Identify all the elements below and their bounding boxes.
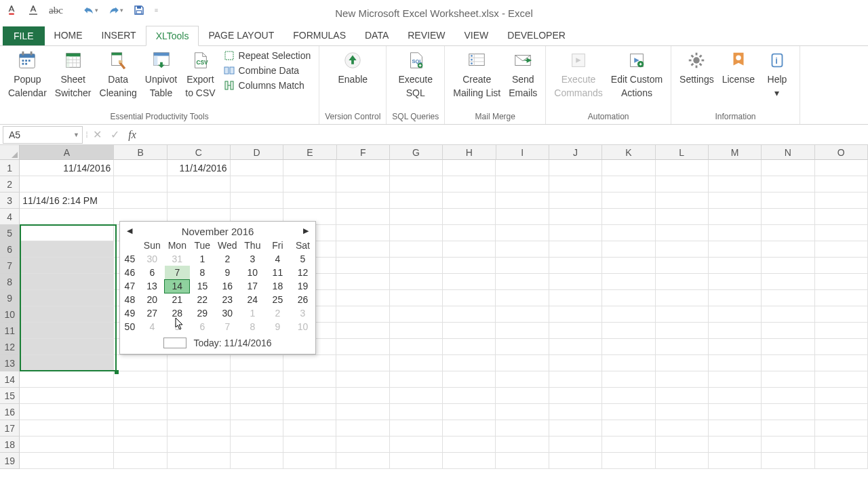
cell-D14[interactable]	[231, 371, 283, 388]
calendar-day[interactable]: 14	[165, 279, 190, 293]
cell-J7[interactable]	[549, 258, 602, 274]
cell-L10[interactable]	[656, 306, 709, 323]
export-csv-button[interactable]: CSVExportto CSV	[182, 47, 218, 100]
cell-G4[interactable]	[390, 209, 443, 225]
cell-C16[interactable]	[167, 404, 231, 420]
cell-K11[interactable]	[602, 323, 655, 339]
cell-J15[interactable]	[549, 388, 602, 404]
cell-F7[interactable]	[336, 258, 389, 274]
popup-calendar-button[interactable]: PopupCalendar	[5, 47, 50, 100]
cell-I5[interactable]	[496, 225, 549, 241]
cell-J13[interactable]	[549, 355, 602, 371]
calendar-day[interactable]: 19	[290, 279, 315, 293]
cell-N14[interactable]	[762, 371, 814, 388]
cell-L2[interactable]	[656, 176, 709, 192]
cell-H16[interactable]	[443, 404, 496, 420]
cell-H1[interactable]	[443, 160, 496, 176]
calendar-day[interactable]: 1	[190, 252, 215, 266]
row-header-2[interactable]: 2	[0, 176, 20, 192]
cell-C19[interactable]	[167, 453, 231, 469]
col-header-D[interactable]: D	[231, 145, 283, 160]
cell-N5[interactable]	[762, 225, 814, 241]
tab-formulas[interactable]: FORMULAS	[283, 26, 355, 45]
calendar-day[interactable]: 2	[265, 306, 290, 320]
cell-L9[interactable]	[656, 290, 709, 306]
row-header-16[interactable]: 16	[0, 404, 20, 420]
cell-I3[interactable]	[496, 192, 549, 209]
send-emails-button[interactable]: SendEmails	[506, 47, 540, 100]
row-header-15[interactable]: 15	[0, 388, 20, 404]
col-header-B[interactable]: B	[114, 145, 167, 160]
cell-K5[interactable]	[602, 225, 655, 241]
cell-A5[interactable]	[20, 225, 114, 241]
cell-O1[interactable]	[815, 160, 868, 176]
cell-O5[interactable]	[815, 225, 868, 241]
calendar-today-box[interactable]	[163, 338, 186, 348]
cell-N11[interactable]	[762, 323, 814, 339]
cell-F17[interactable]	[336, 420, 389, 436]
cell-C15[interactable]	[167, 388, 231, 404]
cell-I16[interactable]	[496, 404, 549, 420]
cell-F8[interactable]	[336, 274, 389, 290]
cell-L4[interactable]	[656, 209, 709, 225]
cell-F13[interactable]	[336, 355, 389, 371]
cell-N9[interactable]	[762, 290, 814, 306]
cell-G3[interactable]	[390, 192, 443, 209]
cell-F14[interactable]	[336, 371, 389, 388]
col-header-I[interactable]: I	[496, 145, 549, 160]
cell-F2[interactable]	[336, 176, 389, 192]
cell-A10[interactable]	[20, 306, 114, 323]
vc-enable-button[interactable]: Enable	[335, 47, 370, 87]
cell-A6[interactable]	[20, 241, 114, 258]
cell-I17[interactable]	[496, 420, 549, 436]
tab-data[interactable]: DATA	[355, 26, 398, 45]
col-header-M[interactable]: M	[709, 145, 762, 160]
cell-G2[interactable]	[390, 176, 443, 192]
cell-L16[interactable]	[656, 404, 709, 420]
cell-O12[interactable]	[815, 339, 868, 355]
calendar-day[interactable]: 10	[240, 266, 265, 279]
help-button[interactable]: iHelp▾	[760, 47, 794, 100]
calendar-day[interactable]: 4	[265, 252, 290, 266]
cell-M12[interactable]	[709, 339, 762, 355]
cell-K18[interactable]	[602, 436, 655, 453]
cell-O2[interactable]	[815, 176, 868, 192]
license-button[interactable]: License	[719, 47, 757, 87]
cell-O14[interactable]	[815, 371, 868, 388]
cell-C2[interactable]	[167, 176, 231, 192]
cell-F16[interactable]	[336, 404, 389, 420]
cell-N15[interactable]	[762, 388, 814, 404]
cell-H11[interactable]	[443, 323, 496, 339]
row-header-5[interactable]: 5	[0, 225, 20, 241]
row-header-19[interactable]: 19	[0, 453, 20, 469]
cell-L7[interactable]	[656, 258, 709, 274]
cell-A14[interactable]	[20, 371, 114, 388]
cell-I9[interactable]	[496, 290, 549, 306]
col-header-C[interactable]: C	[167, 145, 231, 160]
row-header-13[interactable]: 13	[0, 355, 20, 371]
cell-L3[interactable]	[656, 192, 709, 209]
row-header-8[interactable]: 8	[0, 274, 20, 290]
cell-H12[interactable]	[443, 339, 496, 355]
cell-N8[interactable]	[762, 274, 814, 290]
combine-data-button[interactable]: Combine Data	[221, 64, 314, 77]
repeat-selection-button[interactable]: Repeat Selection	[221, 49, 314, 62]
cell-N3[interactable]	[762, 192, 814, 209]
columns-match-button[interactable]: Columns Match	[221, 79, 314, 92]
cell-H19[interactable]	[443, 453, 496, 469]
cell-D2[interactable]	[231, 176, 283, 192]
cell-J11[interactable]	[549, 323, 602, 339]
cell-L18[interactable]	[656, 436, 709, 453]
tab-xltools[interactable]: XLTools	[146, 26, 199, 46]
col-header-A[interactable]: A	[20, 145, 114, 160]
chevron-down-icon[interactable]: ▼	[73, 131, 79, 138]
cell-I1[interactable]	[496, 160, 549, 176]
calendar-next-icon[interactable]: ▶	[303, 226, 309, 235]
cell-A13[interactable]	[20, 355, 114, 371]
cell-B14[interactable]	[114, 371, 167, 388]
edit-custom-actions-button[interactable]: Edit CustomActions	[608, 47, 665, 100]
row-header-17[interactable]: 17	[0, 420, 20, 436]
cell-J14[interactable]	[549, 371, 602, 388]
cell-J12[interactable]	[549, 339, 602, 355]
cell-J18[interactable]	[549, 436, 602, 453]
